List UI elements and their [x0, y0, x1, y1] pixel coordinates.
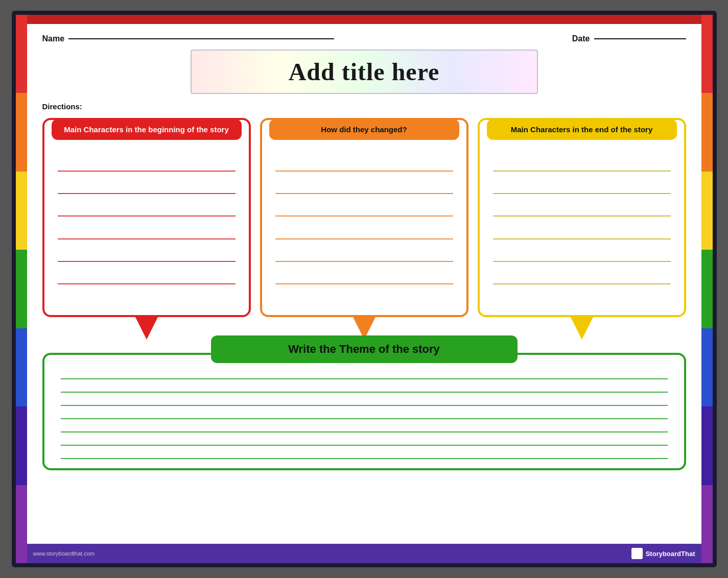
column-beginning-header: Main Characters in the beginning of the …: [52, 119, 242, 140]
stripe-yellow-right: [701, 172, 713, 250]
theme-line: [61, 431, 668, 432]
line: [58, 238, 236, 239]
theme-line: [61, 405, 668, 406]
page-title: Add title here: [289, 58, 440, 85]
directions-label: Directions:: [42, 102, 686, 111]
line: [275, 238, 453, 239]
writing-lines-end: [489, 140, 675, 306]
stripe-orange-left: [16, 93, 27, 171]
name-line: [68, 38, 334, 39]
title-box: Add title here: [191, 50, 538, 94]
top-bar: [27, 15, 701, 24]
stripe-green-right: [701, 250, 713, 328]
name-date-row: Name Date: [42, 34, 686, 43]
bottom-bar: www.storyboardthat.com StoryboardThat: [27, 544, 701, 563]
watermark-url: www.storyboardthat.com: [33, 550, 95, 557]
stripe-green-left: [16, 250, 27, 328]
column-beginning: Main Characters in the beginning of the …: [42, 118, 251, 317]
theme-box: [42, 353, 686, 470]
name-label: Name: [42, 34, 65, 43]
logo-text: StoryboardThat: [646, 550, 695, 558]
writing-lines-changed: [271, 140, 457, 306]
date-line: [594, 38, 686, 39]
column-changed: How did they changed?: [260, 118, 468, 317]
line: [493, 283, 671, 284]
line: [493, 193, 671, 194]
theme-writing-lines: [57, 378, 672, 459]
stripe-violet-right: [701, 485, 713, 563]
theme-line: [61, 392, 668, 393]
stripe-blue-left: [16, 328, 27, 406]
column-end: Main Characters in the end of the story: [478, 118, 686, 317]
theme-section: Write the Theme of the story: [42, 335, 686, 470]
stripe-yellow-left: [16, 172, 27, 250]
stripe-violet-left: [16, 485, 27, 563]
line: [58, 193, 236, 194]
theme-line: [61, 418, 668, 419]
rainbow-left-border: [16, 15, 27, 563]
stripe-orange-right: [701, 93, 713, 171]
line: [493, 261, 671, 262]
columns-row: Main Characters in the beginning of the …: [42, 118, 686, 317]
theme-line: [61, 445, 668, 446]
line: [58, 283, 236, 284]
logo-icon: [631, 548, 643, 559]
date-field: Date: [572, 34, 686, 43]
line: [275, 283, 453, 284]
theme-line: [61, 458, 668, 459]
date-label: Date: [572, 34, 590, 43]
stripe-red-left: [16, 15, 27, 93]
writing-lines-beginning: [54, 140, 240, 306]
theme-header: Write the Theme of the story: [211, 335, 518, 363]
column-end-header: Main Characters in the end of the story: [487, 119, 677, 140]
line: [275, 171, 453, 172]
content-area: Name Date Add title here Directions: Mai…: [27, 24, 701, 544]
line: [493, 238, 671, 239]
line: [58, 171, 236, 172]
line: [58, 215, 236, 216]
line: [493, 171, 671, 172]
rainbow-right-border: [701, 15, 713, 563]
theme-line: [61, 378, 668, 379]
stripe-blue-right: [701, 328, 713, 406]
line: [493, 215, 671, 216]
line: [275, 261, 453, 262]
line: [275, 215, 453, 216]
name-field: Name: [42, 34, 572, 43]
line: [58, 261, 236, 262]
watermark-logo: StoryboardThat: [631, 548, 695, 559]
page-container: www.storyboardthat.com StoryboardThat Na…: [12, 11, 717, 567]
stripe-indigo-left: [16, 406, 27, 485]
line: [275, 193, 453, 194]
column-changed-header: How did they changed?: [269, 119, 459, 140]
stripe-indigo-right: [701, 406, 713, 485]
stripe-red-right: [701, 15, 713, 93]
